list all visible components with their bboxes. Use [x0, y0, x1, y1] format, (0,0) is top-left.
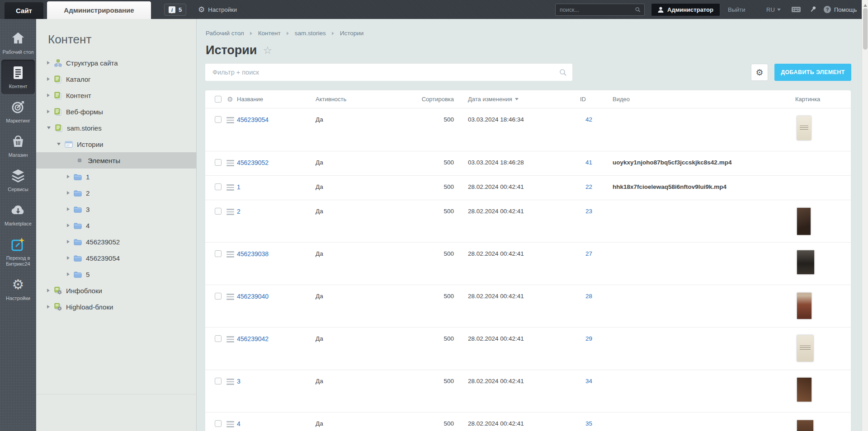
row-checkbox[interactable] [215, 335, 222, 342]
column-header-video[interactable]: Видео [610, 96, 791, 103]
rail-item-bitrix24[interactable]: Переход в Битрикс24 [0, 231, 36, 272]
row-checkbox[interactable] [215, 378, 222, 384]
row-name-link[interactable]: 456239052 [237, 159, 269, 166]
row-name-link[interactable]: 456239038 [237, 250, 269, 258]
row-name-link[interactable]: 456239040 [237, 293, 269, 300]
expander-icon[interactable] [47, 126, 51, 129]
tree-item-3[interactable]: 3 [36, 201, 196, 217]
rail-item-settings[interactable]: ⚙ Настройки [0, 272, 36, 306]
expander-icon[interactable] [47, 61, 50, 65]
row-thumbnail[interactable] [797, 335, 813, 361]
tree-item-истории[interactable]: Истории [36, 136, 196, 152]
row-name-link[interactable]: 456239054 [237, 116, 269, 123]
row-menu-icon[interactable] [226, 209, 234, 242]
row-name-link[interactable]: 1 [237, 183, 241, 191]
hotkeys-button[interactable] [790, 4, 802, 15]
row-menu-icon[interactable] [226, 251, 234, 285]
row-id-link[interactable]: 41 [585, 159, 592, 166]
row-id-link[interactable]: 35 [585, 420, 592, 427]
row-menu-icon[interactable] [226, 421, 234, 431]
column-header-active[interactable]: Активность [316, 96, 383, 103]
row-id-link[interactable]: 29 [585, 335, 592, 342]
row-id-link[interactable]: 42 [585, 116, 592, 123]
column-header-id[interactable]: ID [580, 96, 610, 103]
grid-settings-button[interactable]: ⚙ [751, 64, 768, 81]
tab-site[interactable]: Сайт [5, 2, 43, 19]
row-checkbox[interactable] [215, 293, 222, 300]
tree-item-контент[interactable]: Контент [36, 87, 196, 103]
topbar-settings-button[interactable]: ⚙ Настройки [198, 0, 237, 19]
tree-item-веб-формы[interactable]: Веб-формы [36, 103, 196, 120]
rail-item-content[interactable]: Контент [1, 60, 35, 94]
user-button[interactable]: Администратор [651, 3, 720, 16]
notifications-button[interactable]: i 5 [164, 4, 186, 16]
row-id-link[interactable]: 22 [585, 183, 592, 190]
breadcrumb-stories[interactable]: Истории [340, 30, 364, 37]
table-settings-gear-icon[interactable]: ⚙ [227, 96, 233, 103]
logout-link[interactable]: Выйти [728, 0, 745, 19]
tree-item-инфоблоки[interactable]: Инфоблоки [36, 282, 196, 299]
row-thumbnail[interactable] [797, 116, 811, 140]
row-name-link[interactable]: 4 [237, 420, 241, 427]
language-switcher[interactable]: RU [766, 0, 781, 19]
row-thumbnail[interactable] [797, 420, 813, 431]
rail-item-shop[interactable]: Магазин [0, 128, 36, 163]
tree-item-2[interactable]: 2 [36, 185, 196, 201]
row-checkbox[interactable] [215, 420, 222, 427]
row-menu-icon[interactable] [226, 184, 234, 200]
row-menu-icon[interactable] [226, 336, 234, 370]
row-name-link[interactable]: 456239042 [237, 335, 269, 342]
tree-item-структура-сайта[interactable]: Структура сайта [36, 55, 196, 71]
rail-item-marketing[interactable]: Маркетинг [0, 94, 36, 128]
row-thumbnail[interactable] [797, 250, 814, 274]
expander-icon[interactable] [67, 272, 70, 276]
tree-item-5[interactable]: 5 [36, 266, 196, 282]
row-menu-icon[interactable] [226, 379, 234, 412]
expander-icon[interactable] [47, 110, 50, 113]
expander-icon[interactable] [67, 191, 70, 195]
expander-icon[interactable] [67, 207, 70, 211]
column-header-sort[interactable]: Сортировка [383, 96, 458, 103]
row-name-link[interactable]: 2 [237, 208, 241, 215]
expander-icon[interactable] [67, 256, 70, 260]
row-checkbox[interactable] [215, 250, 222, 257]
expander-icon[interactable] [47, 305, 50, 309]
scrollbar-thumb[interactable] [863, 8, 868, 50]
breadcrumb-desktop[interactable]: Рабочий стол [206, 30, 244, 37]
expander-icon[interactable] [57, 143, 61, 145]
row-id-link[interactable]: 34 [585, 378, 592, 384]
expander-icon[interactable] [47, 289, 50, 292]
expander-icon[interactable] [67, 175, 70, 178]
column-header-picture[interactable]: Картинка [791, 96, 851, 103]
tree-item-4[interactable]: 4 [36, 217, 196, 234]
column-header-name[interactable]: Название [237, 96, 316, 103]
tree-item-highload-блоки[interactable]: Highload-блоки [36, 299, 196, 315]
row-thumbnail[interactable] [797, 293, 811, 319]
rail-item-desktop[interactable]: Рабочий стол [0, 25, 36, 60]
expander-icon[interactable] [47, 94, 50, 97]
add-element-button[interactable]: ДОБАВИТЬ ЭЛЕМЕНТ [774, 64, 851, 81]
row-id-link[interactable]: 27 [585, 250, 592, 257]
tree-item-sam-stories[interactable]: sam.stories [36, 120, 196, 136]
breadcrumb-content[interactable]: Контент [258, 30, 281, 37]
row-id-link[interactable]: 28 [585, 293, 592, 300]
tree-item-456239052[interactable]: 456239052 [36, 234, 196, 250]
tree-item-каталог[interactable]: Каталог [36, 71, 196, 87]
filter-search-input[interactable] [205, 69, 559, 76]
expander-icon[interactable] [47, 77, 50, 81]
select-all-checkbox[interactable] [215, 96, 222, 103]
expander-icon[interactable] [67, 240, 70, 244]
row-menu-icon[interactable] [226, 160, 234, 175]
row-thumbnail[interactable] [797, 208, 811, 235]
rail-item-marketplace[interactable]: Marketplace [0, 197, 36, 231]
expander-icon[interactable] [67, 224, 70, 227]
rail-item-services[interactable]: Сервисы [0, 163, 36, 197]
breadcrumb-samstories[interactable]: sam.stories [295, 30, 326, 37]
row-menu-icon[interactable] [226, 117, 234, 151]
tree-item-456239054[interactable]: 456239054 [36, 250, 196, 266]
pin-button[interactable] [807, 4, 819, 15]
row-checkbox[interactable] [215, 159, 222, 166]
row-thumbnail[interactable] [797, 378, 811, 402]
tree-item-элементы[interactable]: Элементы [36, 152, 196, 169]
tree-item-1[interactable]: 1 [36, 169, 196, 185]
